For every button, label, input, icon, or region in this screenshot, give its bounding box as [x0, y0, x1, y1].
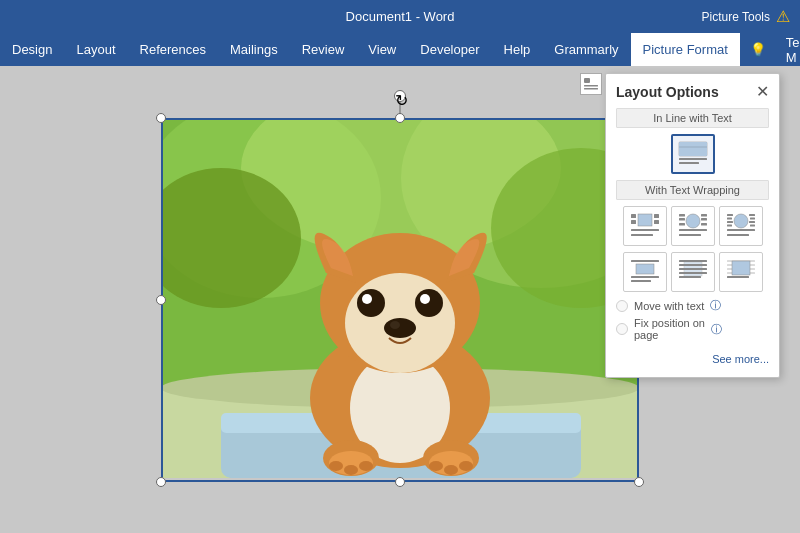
svg-rect-49: [701, 214, 707, 217]
svg-point-25: [344, 465, 358, 475]
svg-point-17: [420, 294, 430, 304]
picture-tools-section: Picture Tools ⚠: [702, 7, 790, 26]
svg-rect-53: [679, 229, 707, 231]
panel-close-button[interactable]: ✕: [756, 84, 769, 100]
warning-icon: ⚠: [776, 7, 790, 26]
square-wrap-icon: [629, 212, 661, 240]
rotate-handle[interactable]: ↻: [394, 90, 406, 102]
svg-rect-50: [701, 218, 707, 221]
through-wrap-btn[interactable]: [719, 206, 763, 246]
inline-layout-btn[interactable]: [671, 134, 715, 174]
svg-rect-74: [679, 272, 707, 274]
see-more-link[interactable]: See more...: [712, 353, 769, 365]
tab-view[interactable]: View: [356, 33, 408, 66]
tab-picture-format[interactable]: Picture Format: [631, 33, 740, 66]
svg-point-18: [384, 318, 416, 338]
svg-rect-60: [749, 214, 755, 216]
svg-rect-71: [679, 260, 707, 262]
svg-rect-43: [654, 220, 659, 224]
svg-rect-41: [631, 220, 636, 224]
inline-icon: [677, 140, 709, 168]
behind-text-btn[interactable]: [671, 252, 715, 292]
ribbon-right: 💡 Tell M: [740, 33, 800, 66]
handle-middle-left[interactable]: [156, 295, 166, 305]
tab-help[interactable]: Help: [492, 33, 543, 66]
tell-me-button[interactable]: Tell M: [776, 35, 800, 65]
lightbulb-button[interactable]: 💡: [740, 42, 776, 57]
title-bar: Document1 - Word Picture Tools ⚠: [0, 0, 800, 33]
tab-design[interactable]: Design: [0, 33, 64, 66]
svg-rect-67: [631, 260, 659, 262]
wrapping-options-grid-2: [616, 252, 769, 292]
svg-rect-48: [679, 218, 685, 221]
svg-rect-47: [679, 214, 685, 217]
move-with-text-radio[interactable]: [616, 300, 628, 312]
document-title: Document1 - Word: [346, 9, 455, 24]
svg-rect-57: [727, 218, 732, 220]
svg-rect-58: [727, 221, 733, 223]
handle-bottom-center[interactable]: [395, 477, 405, 487]
wrapping-options-grid: [616, 206, 769, 246]
layout-options-trigger[interactable]: [580, 73, 602, 95]
fix-position-info-icon[interactable]: ⓘ: [711, 322, 722, 337]
see-more-section: See more...: [616, 349, 769, 367]
svg-point-27: [429, 461, 443, 471]
wrapping-section-label: With Text Wrapping: [616, 180, 769, 200]
panel-header: Layout Options ✕: [616, 84, 769, 100]
svg-point-19: [390, 321, 400, 329]
svg-rect-39: [638, 214, 652, 226]
svg-rect-56: [727, 214, 733, 216]
in-front-text-icon: [725, 258, 757, 286]
svg-point-16: [362, 294, 372, 304]
picture-tools-label: Picture Tools: [702, 10, 770, 24]
svg-point-24: [329, 461, 343, 471]
svg-rect-62: [749, 221, 755, 223]
svg-rect-52: [701, 223, 707, 226]
top-bottom-wrap-btn[interactable]: [623, 252, 667, 292]
svg-rect-40: [631, 214, 636, 218]
svg-point-29: [459, 461, 473, 471]
square-wrap-btn[interactable]: [623, 206, 667, 246]
tight-wrap-icon: [677, 212, 709, 240]
svg-rect-66: [636, 264, 654, 274]
svg-point-14: [357, 289, 385, 317]
tab-mailings[interactable]: Mailings: [218, 33, 290, 66]
svg-point-26: [359, 461, 373, 471]
svg-rect-64: [727, 229, 755, 231]
svg-rect-65: [727, 234, 749, 236]
svg-rect-69: [631, 280, 651, 282]
tab-references[interactable]: References: [128, 33, 218, 66]
svg-rect-45: [631, 234, 653, 236]
svg-point-15: [415, 289, 443, 317]
tight-wrap-btn[interactable]: [671, 206, 715, 246]
svg-rect-30: [584, 78, 590, 83]
svg-rect-80: [732, 261, 750, 275]
svg-rect-68: [631, 276, 659, 278]
fix-position-radio[interactable]: [616, 323, 628, 335]
handle-top-left[interactable]: [156, 113, 166, 123]
tab-review[interactable]: Review: [290, 33, 357, 66]
inline-options-grid: [616, 134, 769, 174]
svg-rect-81: [727, 276, 749, 278]
ribbon: Design Layout References Mailings Review…: [0, 33, 800, 66]
through-wrap-icon: [725, 212, 757, 240]
tab-grammarly[interactable]: Grammarly: [542, 33, 630, 66]
tab-developer[interactable]: Developer: [408, 33, 491, 66]
svg-rect-31: [584, 85, 598, 87]
handle-bottom-right[interactable]: [634, 477, 644, 487]
panel-title: Layout Options: [616, 84, 719, 100]
move-with-text-info-icon[interactable]: ⓘ: [710, 298, 721, 313]
svg-rect-59: [727, 225, 732, 227]
handle-bottom-left[interactable]: [156, 477, 166, 487]
in-front-text-btn[interactable]: [719, 252, 763, 292]
svg-point-28: [444, 465, 458, 475]
handle-top-center[interactable]: [395, 113, 405, 123]
svg-rect-51: [679, 223, 685, 226]
svg-rect-61: [750, 218, 755, 220]
tab-layout[interactable]: Layout: [64, 33, 127, 66]
layout-options-icon: [583, 76, 599, 92]
layout-options-panel: Layout Options ✕ In Line with Text: [605, 73, 780, 378]
selected-image-container[interactable]: ↻: [161, 118, 639, 482]
move-with-text-label: Move with text: [634, 300, 704, 312]
fix-position-label: Fix position onpage: [634, 317, 705, 341]
